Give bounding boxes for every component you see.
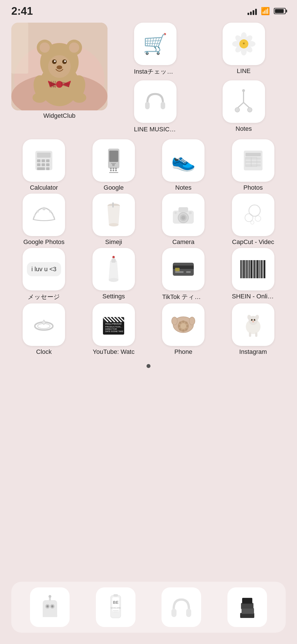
messages-icon[interactable]: i luv u <3 xyxy=(23,248,65,290)
app-calculator[interactable]: Calculator xyxy=(11,139,77,191)
svg-point-137 xyxy=(186,325,189,327)
grid-row-4: Clock xyxy=(11,303,286,356)
svg-rect-109 xyxy=(259,260,259,278)
camera-icon[interactable] xyxy=(162,194,205,236)
svg-rect-60 xyxy=(109,172,118,173)
line-icon[interactable]: ＊ xyxy=(223,23,265,65)
app-clock[interactable]: Clock xyxy=(11,303,77,356)
settings-icon[interactable] xyxy=(92,248,135,290)
youtube-icon[interactable]: HOLLYWOOD PRODUCTION... DIRECTOR DATE SC… xyxy=(92,303,135,346)
line-music-icon[interactable] xyxy=(134,80,177,123)
shein-icon[interactable] xyxy=(232,248,274,290)
calculator-label: Calculator xyxy=(30,184,58,191)
app-camera[interactable]: Camera xyxy=(151,194,216,246)
clock-icon[interactable] xyxy=(23,303,65,346)
messages-label: メッセージ xyxy=(28,293,60,301)
main-content: WidgetClub 🛒 Instaチェックー xyxy=(0,20,297,379)
app-google-photos[interactable]: Google Photos xyxy=(11,194,77,246)
app-capcut[interactable]: CapCut - Videc xyxy=(221,194,286,246)
phone-icon[interactable] xyxy=(162,303,205,346)
dock-app-robot[interactable] xyxy=(30,587,70,627)
svg-rect-89 xyxy=(111,259,116,263)
app-notes-top[interactable]: Notes xyxy=(202,80,286,134)
svg-rect-53 xyxy=(111,163,116,164)
svg-point-140 xyxy=(179,328,181,331)
svg-point-13 xyxy=(54,60,56,62)
top-section: WidgetClub 🛒 Instaチェックー xyxy=(11,23,286,134)
svg-point-68 xyxy=(42,207,46,210)
svg-rect-105 xyxy=(253,260,253,278)
calc-svg xyxy=(31,148,56,173)
notes-2-label: Notes xyxy=(175,184,191,191)
google-photos-icon[interactable] xyxy=(23,194,65,236)
cup-svg xyxy=(104,202,124,228)
line-label: LINE xyxy=(237,67,251,75)
app-insta-checker[interactable]: 🛒 Instaチェックー xyxy=(113,23,197,76)
headphone-svg xyxy=(142,88,169,115)
dock-app-skincare[interactable]: BE SKINCARE xyxy=(96,587,135,627)
svg-rect-42 xyxy=(37,159,40,162)
dock-app-books[interactable] xyxy=(227,587,267,627)
app-tiktok[interactable]: TikTok ティック xyxy=(151,248,216,301)
app-simeji[interactable]: Simeji xyxy=(81,194,147,246)
insta-checker-icon[interactable]: 🛒 xyxy=(134,23,177,65)
instagram-icon[interactable] xyxy=(232,303,274,346)
svg-point-70 xyxy=(49,210,51,213)
notes-2-icon[interactable]: 👟 xyxy=(162,139,205,182)
grid-row-1: Calculator xyxy=(11,139,286,191)
svg-rect-100 xyxy=(245,260,246,278)
clock-label: Clock xyxy=(36,348,52,356)
photos-icon[interactable] xyxy=(232,139,274,182)
page-dot-1 xyxy=(147,364,150,368)
svg-rect-47 xyxy=(46,163,50,166)
app-photos[interactable]: Photos xyxy=(221,139,286,191)
app-settings[interactable]: Settings xyxy=(81,248,147,301)
svg-rect-48 xyxy=(37,167,45,170)
svg-point-55 xyxy=(113,168,114,169)
simeji-icon[interactable] xyxy=(92,194,135,236)
tiktok-label: TikTok ティック xyxy=(162,293,205,301)
svg-rect-41 xyxy=(37,153,51,158)
tiktok-svg xyxy=(171,259,196,279)
svg-point-144 xyxy=(189,317,195,325)
google-icon[interactable] xyxy=(92,139,135,182)
svg-rect-103 xyxy=(249,260,250,278)
app-phone[interactable]: Phone xyxy=(151,303,216,356)
widget-club-label: WidgetClub xyxy=(11,112,107,119)
dock-app-headphones[interactable] xyxy=(162,587,201,627)
app-messages[interactable]: i luv u <3 メッセージ xyxy=(11,248,77,301)
svg-point-39 xyxy=(242,89,245,92)
svg-rect-107 xyxy=(255,260,256,278)
settings-label: Settings xyxy=(102,293,125,300)
lamb-svg xyxy=(240,312,266,337)
svg-point-57 xyxy=(110,170,112,171)
capcut-icon[interactable] xyxy=(232,194,274,236)
svg-rect-111 xyxy=(261,260,262,278)
wifi-icon: 📶 xyxy=(261,7,270,16)
svg-rect-65 xyxy=(246,164,261,166)
widget-club-widget[interactable]: WidgetClub xyxy=(11,23,107,134)
svg-text:DATE  SCENE  TAKE: DATE SCENE TAKE xyxy=(105,330,123,332)
google-photos-label: Google Photos xyxy=(23,238,64,246)
tiktok-icon-wrapper[interactable] xyxy=(162,248,205,290)
app-google[interactable]: Google xyxy=(81,139,147,191)
notes-top-icon[interactable] xyxy=(223,80,265,123)
app-notes-2[interactable]: 👟 Notes xyxy=(151,139,216,191)
skincare-svg: BE SKINCARE xyxy=(107,594,124,621)
svg-rect-110 xyxy=(260,260,261,278)
app-line-music[interactable]: LINE MUSIC 音: xyxy=(113,80,197,134)
svg-rect-49 xyxy=(46,167,50,170)
svg-rect-172 xyxy=(171,609,177,617)
instagram-label: Instagram xyxy=(239,348,267,356)
app-line[interactable]: ＊ LINE xyxy=(202,23,286,76)
clap-svg: HOLLYWOOD PRODUCTION... DIRECTOR DATE SC… xyxy=(100,312,127,337)
app-shein[interactable]: SHEIN - Online xyxy=(221,248,286,301)
app-instagram[interactable]: Instagram xyxy=(221,303,286,356)
svg-line-35 xyxy=(237,102,244,108)
app-youtube[interactable]: HOLLYWOOD PRODUCTION... DIRECTOR DATE SC… xyxy=(81,303,147,356)
earbuds-svg xyxy=(230,88,257,115)
svg-rect-45 xyxy=(37,163,40,166)
calculator-icon[interactable] xyxy=(23,139,65,182)
svg-point-54 xyxy=(110,168,112,169)
svg-point-134 xyxy=(180,323,186,329)
